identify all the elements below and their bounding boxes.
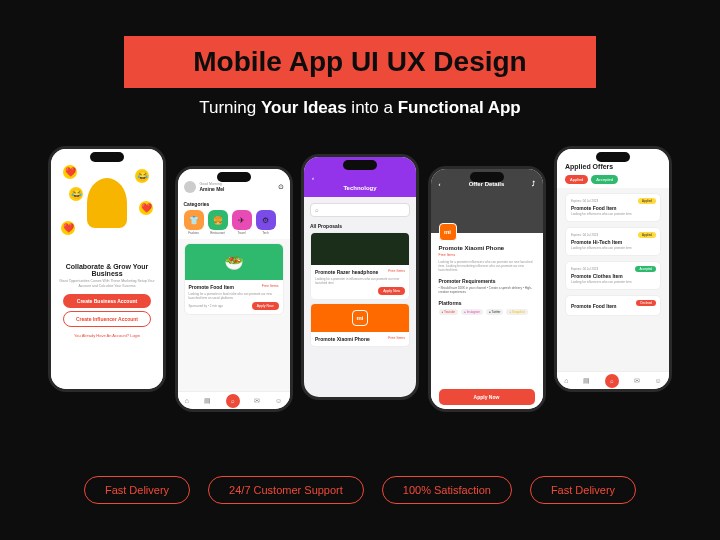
card-tag: Free Items	[388, 269, 405, 275]
platform-chip: ● Snapchat	[506, 309, 527, 315]
notch	[90, 152, 124, 162]
offer-title: Promote Clothes Item	[571, 273, 655, 279]
notch	[596, 152, 630, 162]
req-label: Promoter Requirements	[439, 278, 535, 284]
hero-banner: Mobile App UI UX Design	[124, 36, 596, 88]
offer-desc: Looking for influencers who can promote …	[571, 280, 655, 284]
card-title: Promote Food Item	[189, 284, 235, 290]
hero-person	[87, 178, 127, 228]
profile-icon[interactable]: ☺	[654, 377, 661, 384]
apply-button[interactable]: Apply Now	[439, 389, 535, 405]
proposal-card[interactable]: 🥗 Promote Food Item Free Items Looking f…	[184, 243, 284, 315]
proposal-card[interactable]: mi Promote Xiaomi Phone Free Items	[310, 303, 410, 347]
login-link[interactable]: Login	[130, 333, 140, 338]
user-name: Amine Mel	[200, 186, 225, 192]
search-icon[interactable]: ⌕	[226, 394, 240, 408]
heart-emoji: ❤️	[139, 201, 153, 215]
offer-card[interactable]: Expires: 04 Jul 2023Promote Clothes Item…	[565, 261, 661, 290]
laugh-emoji: 😂	[69, 187, 83, 201]
inbox-icon[interactable]: ✉	[254, 397, 260, 405]
laugh-emoji: 😂	[135, 169, 149, 183]
features-row: Fast Delivery 24/7 Customer Support 100%…	[0, 476, 720, 504]
card-title: Promote Razer headphone	[315, 269, 378, 275]
home-icon[interactable]: ⌂	[185, 397, 189, 404]
card-image: 🥗	[185, 244, 283, 280]
detail-tag: Free Items	[439, 253, 535, 257]
avatar[interactable]	[184, 181, 196, 193]
create-business-button[interactable]: Create Business Account	[63, 294, 151, 308]
chip-accepted[interactable]: Accepted	[591, 175, 618, 184]
category-travel[interactable]: ✈	[232, 210, 252, 230]
apply-button[interactable]: Apply Now	[378, 287, 405, 295]
heart-emoji: ❤️	[61, 221, 75, 235]
category-tech[interactable]: ⚙	[256, 210, 276, 230]
category-restaurant[interactable]: 🍔	[208, 210, 228, 230]
mi-logo: mi	[439, 223, 457, 241]
subtitle-pre: Turning	[199, 98, 261, 117]
offer-card[interactable]: Expires: 04 Jul 2023Promote Food ItemLoo…	[565, 193, 661, 222]
subtitle-b2: Functional App	[398, 98, 521, 117]
detail-body: Promote Xiaomi Phone Free Items Looking …	[431, 233, 543, 409]
platforms-label: Platforms	[439, 300, 535, 306]
card-tag: Free Items	[262, 284, 279, 290]
phone-onboarding: ❤️ 😂 😂 ❤️ ❤️ Collaborate & Grow Your Bus…	[48, 146, 166, 392]
feature-pill: 24/7 Customer Support	[208, 476, 364, 504]
card-tag: Free Items	[388, 336, 405, 342]
proposal-card[interactable]: Promote Razer headphone Free Items Looki…	[310, 232, 410, 300]
list-icon[interactable]: ▤	[204, 397, 211, 405]
create-influencer-button[interactable]: Create Influencer Account	[63, 311, 151, 327]
back-icon[interactable]: ‹	[312, 175, 314, 181]
back-icon[interactable]: ‹	[439, 181, 441, 187]
offers-title: Applied Offers	[565, 163, 661, 170]
offer-card[interactable]: Expires: 04 Jul 2023Promote Hi-Tech Item…	[565, 227, 661, 256]
category-label: Tech	[256, 231, 276, 235]
category-label: Restaurant	[208, 231, 228, 235]
hero-title: Mobile App UI UX Design	[193, 46, 526, 78]
offer-title: Promote Food Item	[571, 205, 655, 211]
nav-bar: ⌂ ▤ ⌕ ✉ ☺	[178, 391, 290, 409]
chip-applied[interactable]: Applied	[565, 175, 588, 184]
profile-icon[interactable]: ☺	[275, 397, 282, 404]
category-label: Fashion	[184, 231, 204, 235]
status-badge: Accepted	[635, 266, 656, 272]
nav-bar: ⌂ ▤ ⌕ ✉ ☺	[557, 371, 669, 389]
card-image	[311, 233, 409, 265]
status-badge: Declined	[636, 300, 656, 306]
offer-card[interactable]: Promote Food ItemDeclined	[565, 295, 661, 316]
onboarding-body: Collaborate & Grow Your Business Giant O…	[51, 257, 163, 389]
category-label: Travel	[232, 231, 252, 235]
feature-pill: Fast Delivery	[530, 476, 636, 504]
subtitle-b1: Your Ideas	[261, 98, 347, 117]
list-icon[interactable]: ▤	[583, 377, 590, 385]
search-icon[interactable]: ⌕	[605, 374, 619, 388]
card-desc: Looking for a promoter in influencers wh…	[315, 277, 405, 285]
card-meta: Sponsored by • 2 min ago	[189, 304, 223, 308]
home-icon[interactable]: ⌂	[564, 377, 568, 384]
notch	[470, 172, 504, 182]
subtitle: Turning Your Ideas into a Functional App	[0, 98, 720, 118]
login-prompt: You Already Have An Account? Login	[57, 333, 157, 338]
category-title: Technology	[343, 185, 376, 191]
mi-logo: mi	[352, 310, 368, 326]
categories-section: Categories 👕Fashion🍔Restaurant✈Travel⚙Te…	[178, 197, 290, 239]
phone-offers: Applied Offers Applied Accepted Expires:…	[554, 146, 672, 392]
platform-chip: ● Twitter	[486, 309, 503, 315]
card-image: mi	[311, 304, 409, 332]
phone-home: Good Morning Amine Mel ⊙ Categories 👕Fas…	[175, 166, 293, 412]
phone-showcase: ❤️ 😂 😂 ❤️ ❤️ Collaborate & Grow Your Bus…	[48, 146, 672, 436]
req-list: • Should have 100K in your channel • Cre…	[439, 286, 535, 295]
notch	[217, 172, 251, 182]
notification-icon[interactable]: ⊙	[278, 183, 284, 191]
share-icon[interactable]: ⤴	[532, 181, 535, 187]
inbox-icon[interactable]: ✉	[634, 377, 640, 385]
category-fashion[interactable]: 👕	[184, 210, 204, 230]
subtitle-mid: into a	[347, 98, 398, 117]
search-input[interactable]: ⌕	[310, 203, 410, 217]
section-label: All Proposals	[304, 223, 416, 229]
feature-pill: 100% Satisfaction	[382, 476, 512, 504]
platform-chip: ● Youtube	[439, 309, 459, 315]
apply-button[interactable]: Apply Now	[252, 302, 279, 310]
offer-desc: Looking for influencers who can promote …	[571, 246, 655, 250]
status-badge: Applied	[638, 232, 656, 238]
phone-detail: ‹Offer Details⤴ mi Promote Xiaomi Phone …	[428, 166, 546, 412]
